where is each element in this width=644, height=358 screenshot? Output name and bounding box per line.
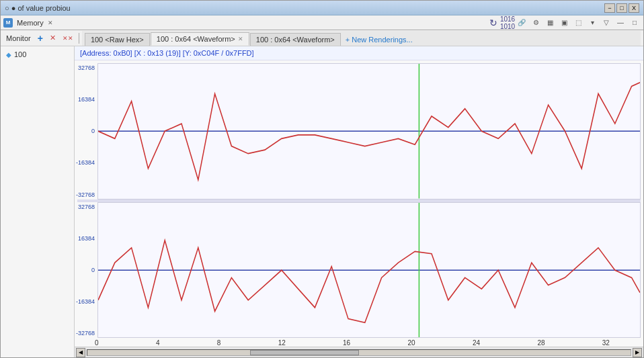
chart-info: [Address: 0xB0] [X : 0x13 (19)] [Y: 0xC0… [75, 46, 643, 60]
y-upper-16384: 16384 [78, 96, 95, 103]
toolbar-icon-4[interactable]: ⚙ [530, 17, 542, 29]
tab-waveform-2-label: 100 : 0x64 <Waveform> [256, 36, 335, 44]
diamond-icon: ◆ [6, 51, 11, 58]
tab-waveform-2[interactable]: 100 : 0x64 <Waveform> [250, 33, 341, 46]
content-tabs: 100 <Raw Hex> 100 : 0x64 <Waveform> ✕ 10… [82, 31, 641, 46]
minimize-button[interactable]: − [604, 3, 615, 13]
tab-raw-hex[interactable]: 100 <Raw Hex> [85, 33, 150, 46]
lower-chart-svg-container[interactable] [97, 202, 641, 339]
sidebar-item-label: 100 [14, 50, 26, 58]
x-label-28: 28 [537, 339, 545, 347]
tab-waveform-active[interactable]: 100 : 0x64 <Waveform> ✕ [151, 32, 249, 46]
x-label-0: 0 [95, 339, 99, 347]
toolbar-icon-1[interactable]: ↻ [487, 17, 499, 29]
tab-raw-hex-label: 100 <Raw Hex> [91, 36, 144, 44]
tab-new-renderings[interactable]: + New Renderings... [341, 34, 417, 46]
x-label-16: 16 [343, 339, 350, 347]
tab-new-renderings-label: + New Renderings... [346, 36, 413, 44]
toolbar-icon-10[interactable]: □ [629, 17, 641, 29]
toolbar-icon-7[interactable]: ⬚ [572, 17, 584, 29]
upper-waveform-chart [97, 63, 641, 199]
lower-chart: 32768 16384 0 -16384 -32768 [77, 202, 641, 339]
y-lower-n16384: -16384 [76, 298, 95, 305]
upper-chart: 32768 16384 0 -16384 -32768 [77, 63, 641, 199]
tab-waveform-active-close[interactable]: ✕ [238, 36, 243, 42]
x-label-20: 20 [408, 339, 415, 347]
y-lower-32768: 32768 [78, 204, 95, 210]
scroll-right-button[interactable]: ▶ [633, 348, 642, 357]
add-monitor-button[interactable]: + [35, 32, 46, 45]
scroll-thumb[interactable] [250, 350, 359, 355]
scrollbar[interactable]: ◀ ▶ [75, 347, 643, 357]
toolbar-icon-8[interactable]: ▽ [600, 17, 612, 29]
sidebar-item-100[interactable]: ◆ 100 [3, 49, 71, 60]
chart-area: [Address: 0xB0] [X : 0x13 (19)] [Y: 0xC0… [75, 46, 643, 357]
toolbar-icon-9[interactable]: — [614, 17, 627, 29]
y-lower-0: 0 [91, 267, 95, 273]
toolbar-icon-2[interactable]: 1016 1010 [501, 17, 514, 29]
main-window: ○ ● of value probiou − □ X M Memory ✕ ↻ … [0, 0, 644, 358]
toolbar-dropdown[interactable]: ▾ [586, 17, 598, 29]
close-button[interactable]: X [629, 3, 639, 13]
maximize-button[interactable]: □ [616, 3, 627, 13]
x-label-8: 8 [217, 339, 221, 347]
y-lower-16384: 16384 [78, 235, 95, 242]
title-bar-buttons: − □ X [604, 3, 639, 13]
window-title: ○ ● of value probiou [5, 4, 604, 12]
delete-monitor-button[interactable]: ✕✕ [60, 34, 76, 43]
content-area: ◆ 100 [Address: 0xB0] [X : 0x13 (19)] [Y… [1, 46, 643, 357]
upper-chart-svg-container[interactable] [97, 63, 641, 199]
x-label-32: 32 [602, 339, 610, 347]
monitor-toolbar: Monitor + ✕ ✕✕ 100 <Raw Hex> 100 : 0x64 … [1, 30, 643, 46]
tab-bar: M Memory ✕ ↻ 1016 1010 🔗 ⚙ ▦ ▣ ⬚ ▾ ▽ — □ [1, 15, 643, 30]
tab-waveform-active-label: 100 : 0x64 <Waveform> [157, 35, 235, 43]
toolbar-icon-3[interactable]: 🔗 [516, 17, 528, 29]
y-lower-n32768: -32768 [76, 330, 95, 337]
x-label-4: 4 [156, 339, 160, 347]
y-upper-n16384: -16384 [76, 159, 95, 166]
memory-tab-close[interactable]: ✕ [48, 19, 53, 26]
toolbar-icon-5[interactable]: ▦ [544, 17, 556, 29]
remove-monitor-button[interactable]: ✕ [47, 32, 58, 44]
lower-waveform-chart [97, 202, 641, 339]
x-label-12: 12 [278, 339, 286, 347]
scroll-left-button[interactable]: ◀ [76, 348, 85, 357]
sidebar: ◆ 100 [1, 46, 75, 357]
x-axis: 0 4 8 12 16 20 24 28 32 [75, 338, 643, 347]
toolbar-icon-6[interactable]: ▣ [558, 17, 570, 29]
y-upper-n32768: -32768 [76, 191, 95, 198]
y-upper-0: 0 [91, 128, 95, 134]
monitor-label: Monitor [3, 33, 34, 44]
memory-icon: M [3, 18, 13, 28]
charts-container: 32768 16384 0 -16384 -32768 [75, 60, 643, 338]
toolbar-separator [79, 33, 79, 44]
title-bar: ○ ● of value probiou − □ X [1, 1, 643, 15]
scroll-track[interactable] [87, 349, 631, 356]
memory-tab-label[interactable]: Memory [14, 19, 46, 27]
y-upper-32768: 32768 [78, 64, 95, 71]
x-label-24: 24 [473, 339, 480, 347]
